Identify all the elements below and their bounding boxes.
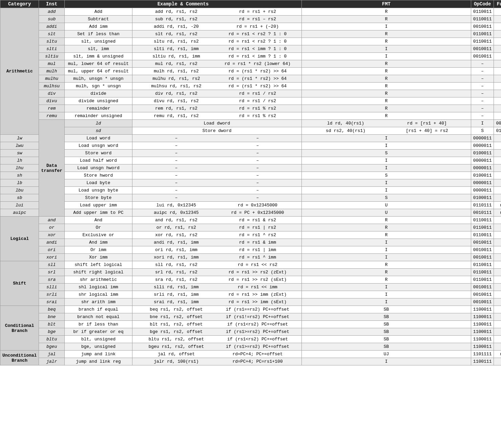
inst-cell: lui: [0, 202, 39, 209]
fmt-cell: R: [301, 112, 471, 120]
funct3-cell: 101: [494, 298, 501, 306]
opcode-cell: 0000011: [471, 179, 494, 187]
opcode-cell: 0100011: [471, 150, 494, 157]
example-comment-cell: sll rd, rs1, rs2rd = rs1 << rs2: [132, 261, 301, 269]
example-comment-cell: add rd, rs1, rs2rd = rs1 + rs2: [132, 8, 301, 16]
fmt-cell: R: [301, 68, 471, 75]
table-row: sltislt, immslti rd, rs1, immrd = rs1 < …: [0, 45, 501, 53]
comment-text: if (rs1==rs2) PC+=offset: [217, 307, 298, 312]
desc-cell: Subtract: [64, 16, 132, 23]
fmt-cell: R: [301, 8, 471, 16]
fmt-cell: R: [301, 276, 471, 284]
comment-text: rd=PC+4; PC+=offset: [217, 352, 298, 357]
opcode-cell: 0100011: [471, 194, 494, 202]
table-row: bgeubge, unsignedbgeu rs1, rs2, offsetif…: [0, 343, 501, 351]
comment-text: rd = rs1 >> rs2 (sExt): [217, 277, 298, 282]
desc-cell: divide: [64, 90, 132, 97]
funct3-cell: –: [494, 97, 501, 105]
example-comment-cell: ––: [132, 142, 301, 150]
comment-text: [rs1 + 40] = rs2: [386, 128, 467, 133]
fmt-cell: U: [301, 202, 471, 209]
table-row: sbStore byte––S0100011000n.a.: [0, 194, 501, 202]
example-comment-cell: ori rd, rs1, immrd = rs1 | imm: [132, 246, 301, 254]
desc-cell: branch not equal: [64, 313, 132, 321]
opcode-cell: 0110011: [471, 276, 494, 284]
table-row: bltbr if less thanblt rs1, rs2, offsetif…: [0, 321, 501, 328]
example-text: bltu rs1, rs2, offset: [135, 337, 217, 342]
desc-cell: mul, upper 64 of result: [64, 68, 132, 75]
comment-text: –: [217, 180, 298, 185]
desc-cell: Add: [64, 8, 132, 16]
desc-cell: blt, unsigned: [64, 336, 132, 343]
table-row: sltuslt, unsignedsltu rd, rs1, rs2rd = r…: [0, 38, 501, 45]
inst-cell: mulhu: [39, 75, 64, 83]
desc-cell: Store hword: [64, 172, 132, 179]
example-text: auipc rd, 0x12345: [135, 210, 217, 215]
desc-cell: shl logical imm: [64, 284, 132, 291]
funct3-cell: 101: [494, 276, 501, 284]
example-text: –: [135, 180, 217, 185]
comment-text: rd = PC + 0x12345000: [217, 210, 298, 215]
opcode-cell: 0100011: [471, 172, 494, 179]
comment-text: –: [217, 136, 298, 141]
inst-cell: sw: [0, 150, 39, 157]
table-row: sdStore dwordsd rs2, 40(rs1)[rs1 + 40] =…: [0, 127, 501, 135]
opcode-cell: 0010011: [471, 23, 494, 30]
example-text: mulhu rd, rs1, rs2: [135, 76, 217, 81]
fmt-cell: I: [301, 254, 471, 261]
fmt-cell: I: [301, 45, 471, 53]
fmt-cell: I: [301, 135, 471, 142]
table-row: divudivide unsigneddivu rd, rs1, rs2rd =…: [0, 97, 501, 105]
inst-cell: bge: [39, 328, 64, 336]
opcode-cell: 0000011: [494, 120, 501, 127]
opcode-cell: 0000011: [471, 164, 494, 172]
comment-text: rd = rs1 / rs2: [217, 91, 298, 96]
example-comment-cell: sltiu rd, rs1, immrd = rs1 < imm ? 1 : 0: [132, 53, 301, 60]
table-row: oriOr immori rd, rs1, immrd = rs1 | immI…: [0, 246, 501, 254]
desc-cell: And imm: [64, 239, 132, 246]
funct3-cell: 001: [494, 313, 501, 321]
opcode-cell: 1101111: [471, 351, 494, 358]
inst-cell: sh: [0, 172, 39, 179]
inst-cell: ori: [39, 246, 64, 254]
fmt-cell: R: [301, 90, 471, 97]
fmt-cell: R: [301, 16, 471, 23]
example-text: slli rd, rs1, imm: [135, 285, 217, 290]
desc-cell: mul, lower 64 of result: [64, 60, 132, 68]
table-row: lbuLoad unsgn byte––I0000011100n.a.: [0, 187, 501, 194]
comment-text: rd = 0x12345000: [217, 203, 298, 208]
inst-cell: lw: [0, 135, 39, 142]
example-text: xori rd, rs1, imm: [135, 255, 217, 260]
opcode-cell: –: [471, 75, 494, 83]
comment-text: –: [217, 195, 298, 200]
desc-cell: slt, unsigned: [64, 38, 132, 45]
table-row: xorExclusive orxor rd, rs1, rs2rd = rs1 …: [0, 231, 501, 239]
example-comment-cell: lui rd, 0x12345rd = 0x12345000: [132, 202, 301, 209]
example-comment-cell: mulh rd, rs1, rs2rd = (rs1 * rs2) >> 64: [132, 68, 301, 75]
inst-cell: lwu: [0, 142, 39, 150]
example-comment-cell: ––: [132, 172, 301, 179]
fmt-cell: R: [301, 231, 471, 239]
table-row: ArithmeticaddAddadd rd, rs1, rs2rd = rs1…: [0, 8, 501, 16]
funct3-cell: 100: [494, 187, 501, 194]
table-row: srashr arithmeticsra rd, rs1, rs2rd = rs…: [0, 276, 501, 284]
opcode-cell: 0110011: [471, 38, 494, 45]
opcode-cell: –: [471, 97, 494, 105]
table-row: auipcAdd upper imm to PCauipc rd, 0x1234…: [0, 209, 501, 217]
inst-cell: slti: [39, 45, 64, 53]
funct3-cell: 011: [494, 38, 501, 45]
funct3-cell: n.a.: [494, 202, 501, 209]
desc-cell: jump and link: [64, 351, 132, 358]
table-row: bgebr if greater or eqbge rs1, rs2, offs…: [0, 328, 501, 336]
fmt-cell: R: [301, 224, 471, 231]
comment-text: –: [217, 158, 298, 163]
table-row: LogicalandAndand rd, rs1, rs2rd = rs1 & …: [0, 217, 501, 224]
example-comment-cell: slti rd, rs1, immrd = rs1 < imm ? 1 : 0: [132, 45, 301, 53]
funct3-cell: –: [494, 83, 501, 90]
funct3-cell: n.a.: [494, 351, 501, 358]
inst-cell: bltu: [39, 336, 64, 343]
opcode-cell: 0000011: [471, 142, 494, 150]
funct3-cell: 110: [494, 142, 501, 150]
example-text: mulh rd, rs1, rs2: [135, 69, 217, 74]
example-comment-cell: blt rs1, rs2, offsetif (rs1<rs2) PC+=off…: [132, 321, 301, 328]
